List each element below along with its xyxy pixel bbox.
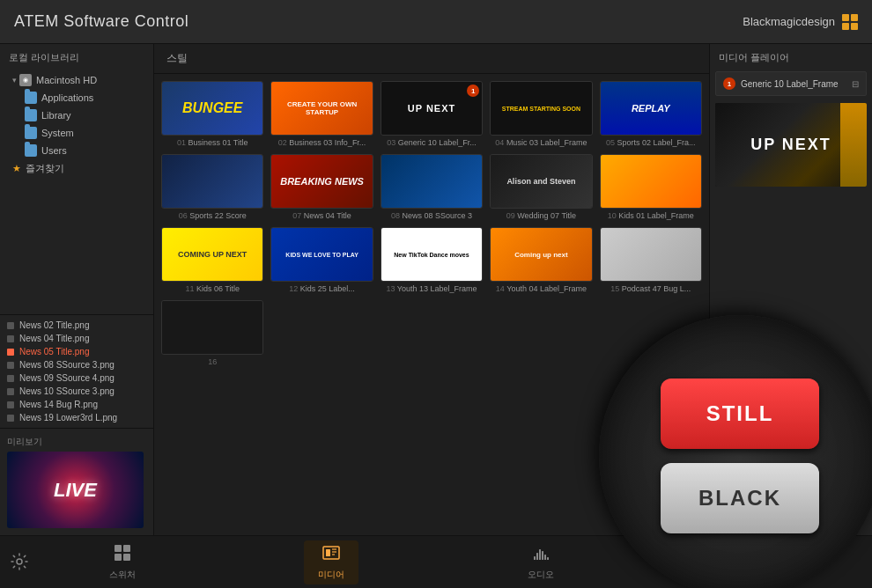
media-icon bbox=[322, 544, 340, 566]
expand-icon[interactable]: ⊟ bbox=[852, 79, 859, 89]
grid-item-16[interactable]: 16 bbox=[161, 300, 263, 366]
file-icon bbox=[7, 401, 14, 408]
grid-item-06[interactable]: 06 Sports 22 Score bbox=[161, 154, 263, 220]
file-item-selected[interactable]: News 05 Title.png bbox=[0, 345, 153, 358]
grid-item-label: 11 Kids 06 Title bbox=[161, 284, 263, 293]
preview-label: 미리보기 bbox=[7, 436, 146, 448]
app-title: ATEM Software Control bbox=[14, 12, 188, 31]
thumb-preview: REPLAY bbox=[601, 82, 701, 135]
file-item[interactable]: News 08 SSource 3.png bbox=[0, 358, 153, 371]
grid-item-09[interactable]: Alison and Steven 09 Wedding 07 Title bbox=[490, 154, 592, 220]
brand-text: Blackmagicdesign bbox=[743, 15, 835, 28]
folder-icon bbox=[25, 92, 37, 104]
file-name: News 19 Lower3rd L.png bbox=[19, 413, 117, 423]
grid-item-14[interactable]: Coming up next 14 Youth 04 Label_Frame bbox=[490, 227, 592, 293]
grid-item-01[interactable]: BUNGEE 01 Business 01 Title bbox=[161, 81, 263, 147]
svg-rect-12 bbox=[542, 551, 543, 560]
svg-rect-11 bbox=[539, 549, 541, 560]
item-number: 07 bbox=[292, 211, 304, 220]
item-number: 15 bbox=[610, 284, 622, 293]
sidebar-item-favorites[interactable]: ★ 즐겨찾기 bbox=[0, 159, 153, 178]
thumb-wrap: Coming up next bbox=[490, 227, 592, 282]
file-item[interactable]: News 02 Title.png bbox=[0, 319, 153, 332]
grid-item-label: 09 Wedding 07 Title bbox=[490, 211, 592, 220]
file-name: News 09 SSource 4.png bbox=[19, 373, 115, 383]
item-number: 11 bbox=[185, 284, 196, 293]
thumb-preview bbox=[162, 301, 262, 354]
sidebar-item-macintosh-hd[interactable]: ▾ ◉ Macintosh HD bbox=[0, 71, 153, 89]
file-item[interactable]: News 09 SSource 4.png bbox=[0, 371, 153, 385]
sidebar-header: 로컬 라이브러리 bbox=[0, 44, 153, 68]
sidebar-item-label: Users bbox=[41, 145, 67, 156]
grid-item-label: 04 Music 03 Label_Frame bbox=[490, 138, 592, 147]
grid-item-label: 12 Kids 25 Label... bbox=[270, 284, 373, 293]
svg-rect-14 bbox=[547, 557, 549, 560]
black-button[interactable]: BLACK bbox=[661, 463, 819, 533]
sidebar-item-system[interactable]: System bbox=[0, 124, 153, 142]
sidebar-item-label: Library bbox=[41, 110, 71, 121]
nav-item-audio[interactable]: 오디오 bbox=[514, 540, 568, 584]
file-item[interactable]: News 10 SSource 3.png bbox=[0, 385, 153, 398]
thumb-wrap bbox=[161, 300, 263, 355]
item-number: 12 bbox=[289, 284, 300, 293]
sidebar-item-users[interactable]: Users bbox=[0, 142, 153, 159]
nav-item-switcher[interactable]: 스위처 bbox=[95, 540, 150, 584]
thumb-preview: COMING UP NEXT bbox=[162, 228, 262, 281]
brand-dot-4 bbox=[851, 23, 858, 30]
folder-icon bbox=[25, 109, 37, 121]
file-item[interactable]: News 19 Lower3rd L.png bbox=[0, 411, 153, 424]
sidebar-item-applications[interactable]: Applications bbox=[0, 89, 153, 107]
grid-item-03[interactable]: 1 UP NEXT 03 Generic 10 Label_Fr... bbox=[381, 81, 483, 147]
sidebar-item-label: Macintosh HD bbox=[36, 75, 97, 85]
thumb-wrap: COMING UP NEXT bbox=[161, 227, 263, 282]
thumb-preview bbox=[601, 155, 701, 208]
sidebar-item-library[interactable]: Library bbox=[0, 107, 153, 124]
nav-label-switcher: 스위처 bbox=[109, 569, 136, 581]
left-sidebar: 로컬 라이브러리 ▾ ◉ Macintosh HD Applications L… bbox=[0, 44, 154, 535]
file-icon bbox=[7, 415, 14, 422]
grid-item-08[interactable]: 08 News 08 SSource 3 bbox=[381, 154, 483, 220]
item-number: 03 bbox=[387, 138, 398, 147]
grid-item-12[interactable]: KIDS WE LOVE TO PLAY 12 Kids 25 Label... bbox=[270, 227, 373, 293]
svg-rect-0 bbox=[115, 545, 122, 552]
thumb-wrap: BUNGEE bbox=[161, 81, 263, 136]
grid-item-07[interactable]: BREAKING NEWS 07 News 04 Title bbox=[270, 154, 373, 220]
grid-item-05[interactable]: REPLAY 05 Sports 02 Label_Fra... bbox=[600, 81, 702, 147]
grid-item-15[interactable]: 15 Podcast 47 Bug L... bbox=[600, 227, 702, 293]
still-button[interactable]: STILL bbox=[661, 379, 819, 449]
file-item[interactable]: News 14 Bug R.png bbox=[0, 398, 153, 411]
grid-item-11[interactable]: COMING UP NEXT 11 Kids 06 Title bbox=[161, 227, 263, 293]
folder-icon bbox=[25, 144, 37, 157]
star-icon: ★ bbox=[12, 163, 21, 174]
svg-rect-1 bbox=[123, 545, 130, 552]
nav-item-media[interactable]: 미디어 bbox=[304, 540, 358, 584]
grid-item-10[interactable]: 10 Kids 01 Label_Frame bbox=[600, 154, 702, 220]
item-number: 10 bbox=[608, 211, 619, 220]
thumb-wrap: REPLAY bbox=[600, 81, 702, 136]
svg-rect-10 bbox=[536, 553, 538, 560]
grid-item-label: 05 Sports 02 Label_Fra... bbox=[600, 138, 702, 147]
grid-item-label: 06 Sports 22 Score bbox=[161, 211, 263, 220]
brand-logo bbox=[842, 14, 858, 30]
file-name: News 04 Title.png bbox=[19, 334, 90, 343]
preview-thumbnail: LIVE bbox=[7, 452, 144, 528]
grid-item-02[interactable]: CREATE YOUR OWN STARTUP 02 Business 03 I… bbox=[270, 81, 373, 147]
media-player-item-label: Generic 10 Label_Frame bbox=[741, 79, 839, 89]
thumb-wrap: Alison and Steven bbox=[490, 154, 592, 209]
thumb-wrap: KIDS WE LOVE TO PLAY bbox=[270, 227, 373, 282]
grid-item-label: 01 Business 01 Title bbox=[161, 138, 263, 147]
grid-item-04[interactable]: STREAM STARTING SOON 04 Music 03 Label_F… bbox=[490, 81, 592, 147]
thumb-wrap: CREATE YOUR OWN STARTUP bbox=[270, 81, 373, 136]
title-bar: ATEM Software Control Blackmagicdesign bbox=[0, 0, 872, 44]
grid-item-label: 13 Youth 13 Label_Frame bbox=[381, 284, 483, 293]
grid-item-label: 07 News 04 Title bbox=[270, 211, 373, 220]
item-number: 02 bbox=[278, 138, 290, 147]
grid-item-label: 10 Kids 01 Label_Frame bbox=[600, 211, 702, 220]
settings-button[interactable] bbox=[11, 553, 32, 574]
media-player-item[interactable]: 1 Generic 10 Label_Frame ⊟ bbox=[715, 71, 867, 96]
file-item[interactable]: News 04 Title.png bbox=[0, 332, 153, 345]
file-list: News 02 Title.png News 04 Title.png News… bbox=[0, 314, 153, 428]
grid-item-13[interactable]: New TikTok Dance moves 13 Youth 13 Label… bbox=[381, 227, 483, 293]
thumb-wrap bbox=[381, 154, 483, 209]
nav-label-media: 미디어 bbox=[318, 569, 344, 581]
